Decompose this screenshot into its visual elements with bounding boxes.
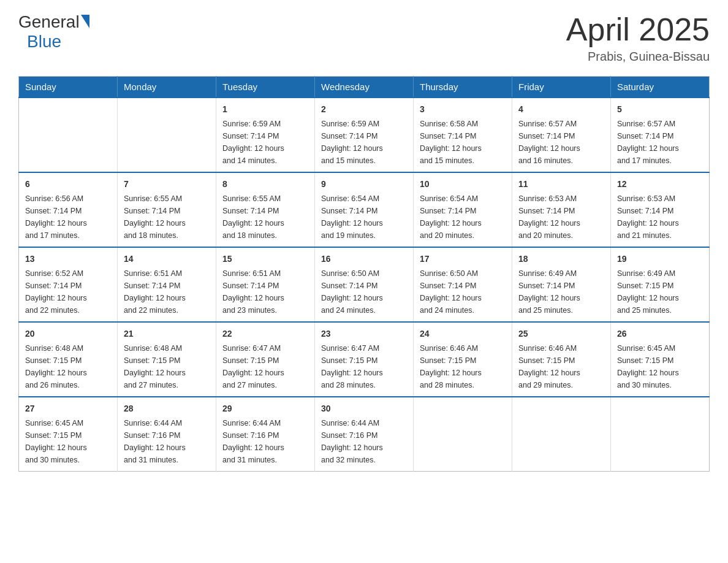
day-info: Sunrise: 6:55 AMSunset: 7:14 PMDaylight:… [222,193,308,242]
calendar-cell: 3Sunrise: 6:58 AMSunset: 7:14 PMDaylight… [414,98,512,172]
day-info: Sunrise: 6:48 AMSunset: 7:15 PMDaylight:… [25,342,111,391]
calendar-cell: 4Sunrise: 6:57 AMSunset: 7:14 PMDaylight… [512,98,611,172]
day-info: Sunrise: 6:57 AMSunset: 7:14 PMDaylight:… [617,118,703,167]
calendar-cell: 11Sunrise: 6:53 AMSunset: 7:14 PMDayligh… [512,172,611,247]
calendar-cell: 28Sunrise: 6:44 AMSunset: 7:16 PMDayligh… [118,397,216,472]
day-info: Sunrise: 6:53 AMSunset: 7:14 PMDaylight:… [617,193,703,242]
day-info: Sunrise: 6:55 AMSunset: 7:14 PMDaylight:… [124,193,210,242]
calendar-cell: 18Sunrise: 6:49 AMSunset: 7:14 PMDayligh… [512,247,611,322]
day-info: Sunrise: 6:47 AMSunset: 7:15 PMDaylight:… [222,342,308,391]
logo-general-text: General [18,12,80,32]
day-number: 12 [617,178,703,191]
day-info: Sunrise: 6:50 AMSunset: 7:14 PMDaylight:… [321,267,407,316]
day-number: 15 [222,253,308,266]
calendar-header-saturday: Saturday [611,77,710,98]
day-number: 9 [321,178,407,191]
day-number: 19 [617,253,703,266]
day-info: Sunrise: 6:51 AMSunset: 7:14 PMDaylight:… [124,267,210,316]
day-number: 7 [124,178,210,191]
calendar-week-row: 27Sunrise: 6:45 AMSunset: 7:15 PMDayligh… [19,397,710,472]
day-number: 25 [518,327,604,340]
day-number: 26 [617,327,703,340]
day-info: Sunrise: 6:46 AMSunset: 7:15 PMDaylight:… [518,342,604,391]
calendar-cell: 23Sunrise: 6:47 AMSunset: 7:15 PMDayligh… [315,322,414,397]
calendar-cell [118,98,216,172]
day-number: 17 [420,253,506,266]
day-number: 6 [25,178,111,191]
day-info: Sunrise: 6:51 AMSunset: 7:14 PMDaylight:… [222,267,308,316]
day-info: Sunrise: 6:44 AMSunset: 7:16 PMDaylight:… [222,417,308,466]
day-number: 22 [222,327,308,340]
day-number: 23 [321,327,407,340]
calendar-header-thursday: Thursday [414,77,512,98]
day-info: Sunrise: 6:59 AMSunset: 7:14 PMDaylight:… [321,118,407,167]
calendar-header-tuesday: Tuesday [216,77,315,98]
calendar-cell: 20Sunrise: 6:48 AMSunset: 7:15 PMDayligh… [19,322,118,397]
calendar-cell: 16Sunrise: 6:50 AMSunset: 7:14 PMDayligh… [315,247,414,322]
calendar-cell: 12Sunrise: 6:53 AMSunset: 7:14 PMDayligh… [611,172,710,247]
day-number: 20 [25,327,111,340]
day-number: 21 [124,327,210,340]
day-info: Sunrise: 6:50 AMSunset: 7:14 PMDaylight:… [420,267,506,316]
calendar-table: SundayMondayTuesdayWednesdayThursdayFrid… [18,76,710,472]
day-number: 3 [420,103,506,116]
calendar-week-row: 20Sunrise: 6:48 AMSunset: 7:15 PMDayligh… [19,322,710,397]
calendar-cell: 9Sunrise: 6:54 AMSunset: 7:14 PMDaylight… [315,172,414,247]
calendar-cell: 6Sunrise: 6:56 AMSunset: 7:14 PMDaylight… [19,172,118,247]
day-number: 24 [420,327,506,340]
logo: General Blue [18,12,89,52]
day-number: 30 [321,402,407,415]
calendar-cell [611,397,710,472]
day-info: Sunrise: 6:58 AMSunset: 7:14 PMDaylight:… [420,118,506,167]
day-info: Sunrise: 6:47 AMSunset: 7:15 PMDaylight:… [321,342,407,391]
day-number: 4 [518,103,604,116]
day-info: Sunrise: 6:44 AMSunset: 7:16 PMDaylight:… [321,417,407,466]
calendar-cell: 30Sunrise: 6:44 AMSunset: 7:16 PMDayligh… [315,397,414,472]
day-info: Sunrise: 6:53 AMSunset: 7:14 PMDaylight:… [518,193,604,242]
calendar-header-monday: Monday [118,77,216,98]
calendar-cell: 1Sunrise: 6:59 AMSunset: 7:14 PMDaylight… [216,98,315,172]
day-number: 18 [518,253,604,266]
calendar-cell: 27Sunrise: 6:45 AMSunset: 7:15 PMDayligh… [19,397,118,472]
day-number: 16 [321,253,407,266]
day-info: Sunrise: 6:46 AMSunset: 7:15 PMDaylight:… [420,342,506,391]
day-number: 1 [222,103,308,116]
calendar-cell: 15Sunrise: 6:51 AMSunset: 7:14 PMDayligh… [216,247,315,322]
calendar-week-row: 13Sunrise: 6:52 AMSunset: 7:14 PMDayligh… [19,247,710,322]
calendar-cell: 13Sunrise: 6:52 AMSunset: 7:14 PMDayligh… [19,247,118,322]
page-subtitle: Prabis, Guinea-Bissau [566,50,710,64]
logo-triangle-icon [81,15,89,28]
day-info: Sunrise: 6:45 AMSunset: 7:15 PMDaylight:… [25,417,111,466]
day-info: Sunrise: 6:49 AMSunset: 7:14 PMDaylight:… [518,267,604,316]
calendar-cell: 25Sunrise: 6:46 AMSunset: 7:15 PMDayligh… [512,322,611,397]
day-info: Sunrise: 6:54 AMSunset: 7:14 PMDaylight:… [321,193,407,242]
calendar-cell [512,397,611,472]
day-info: Sunrise: 6:44 AMSunset: 7:16 PMDaylight:… [124,417,210,466]
day-info: Sunrise: 6:56 AMSunset: 7:14 PMDaylight:… [25,193,111,242]
calendar-header-friday: Friday [512,77,611,98]
calendar-cell: 2Sunrise: 6:59 AMSunset: 7:14 PMDaylight… [315,98,414,172]
day-info: Sunrise: 6:57 AMSunset: 7:14 PMDaylight:… [518,118,604,167]
calendar-week-row: 1Sunrise: 6:59 AMSunset: 7:14 PMDaylight… [19,98,710,172]
day-number: 29 [222,402,308,415]
day-info: Sunrise: 6:59 AMSunset: 7:14 PMDaylight:… [222,118,308,167]
day-info: Sunrise: 6:49 AMSunset: 7:15 PMDaylight:… [617,267,703,316]
calendar-header-wednesday: Wednesday [315,77,414,98]
day-number: 13 [25,253,111,266]
calendar-cell: 8Sunrise: 6:55 AMSunset: 7:14 PMDaylight… [216,172,315,247]
calendar-cell: 21Sunrise: 6:48 AMSunset: 7:15 PMDayligh… [118,322,216,397]
day-number: 27 [25,402,111,415]
day-info: Sunrise: 6:48 AMSunset: 7:15 PMDaylight:… [124,342,210,391]
calendar-cell: 17Sunrise: 6:50 AMSunset: 7:14 PMDayligh… [414,247,512,322]
day-number: 5 [617,103,703,116]
calendar-header-row: SundayMondayTuesdayWednesdayThursdayFrid… [19,77,710,98]
logo-blue-text: Blue [27,32,61,52]
calendar-week-row: 6Sunrise: 6:56 AMSunset: 7:14 PMDaylight… [19,172,710,247]
calendar-cell: 7Sunrise: 6:55 AMSunset: 7:14 PMDaylight… [118,172,216,247]
calendar-cell [19,98,118,172]
day-number: 28 [124,402,210,415]
day-info: Sunrise: 6:52 AMSunset: 7:14 PMDaylight:… [25,267,111,316]
page-header: General Blue April 2025 Prabis, Guinea-B… [18,12,710,64]
calendar-cell: 24Sunrise: 6:46 AMSunset: 7:15 PMDayligh… [414,322,512,397]
day-number: 11 [518,178,604,191]
